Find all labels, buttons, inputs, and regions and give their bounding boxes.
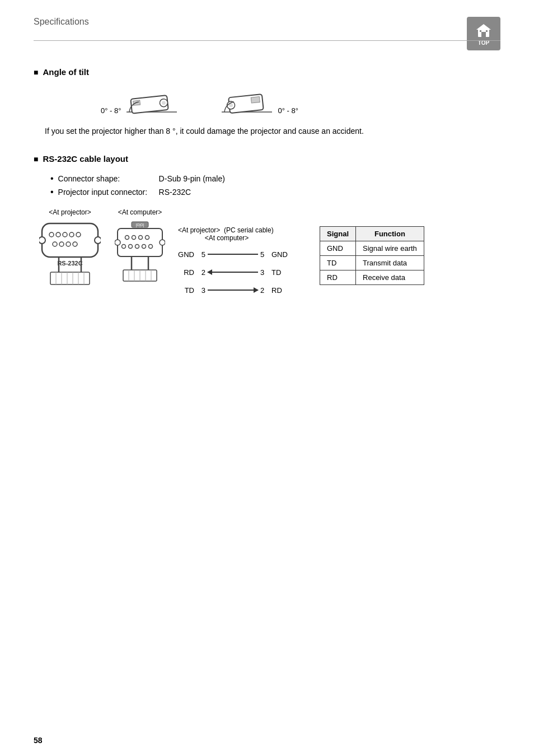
at-computer-label: <At computer>	[118, 208, 162, 216]
top-icon[interactable]: TOP	[467, 17, 500, 50]
svg-point-18	[49, 232, 54, 237]
sig-rd-right: RD	[271, 286, 292, 295]
svg-rect-15	[42, 223, 98, 257]
pin-2-left: 2	[194, 268, 205, 277]
tilt-note: If you set the projector higher than 8 °…	[45, 125, 500, 137]
svg-point-19	[56, 232, 60, 237]
function-gnd: Signal wire earth	[356, 241, 424, 256]
page-title: Specifications	[34, 17, 89, 27]
signal-gnd: GND	[320, 241, 356, 256]
svg-point-25	[66, 242, 71, 246]
function-td: Transmit data	[356, 256, 424, 270]
svg-point-49	[142, 245, 146, 249]
table-row: GND Signal wire earth	[320, 241, 424, 256]
svg-marker-1	[476, 24, 491, 30]
connector-shape-value: D-Sub 9-pin (male)	[159, 174, 225, 183]
sig-rd-left: RD	[176, 268, 194, 277]
bullet-list: Connector shape: D-Sub 9-pin (male) Proj…	[50, 174, 500, 197]
svg-point-48	[135, 245, 139, 249]
tilt-right: 0° - 8°	[222, 87, 298, 115]
conn-td: TD 3 2 RD	[176, 282, 292, 298]
projector-connector-svg: RS-232C	[39, 221, 101, 288]
svg-rect-4	[486, 30, 488, 32]
at-projector-col: <At projector>	[39, 208, 101, 288]
svg-rect-39	[118, 228, 162, 256]
tilt-diagram: 0° - 8°	[101, 87, 500, 115]
sig-gnd-left: GND	[176, 250, 194, 259]
conn-rd: RD 2 3 TD	[176, 264, 292, 280]
pin-2-right: 2	[260, 286, 271, 295]
rs232c-section: RS-232C cable layout Connector shape: D-…	[34, 154, 500, 298]
svg-point-50	[149, 245, 153, 249]
svg-text:|0|0|: |0|0|	[135, 222, 144, 227]
svg-point-41	[160, 240, 165, 245]
gnd-line	[208, 254, 258, 255]
page-container: Specifications TOP Angle of tilt	[0, 0, 534, 756]
bullet-connector-shape: Connector shape: D-Sub 9-pin (male)	[50, 174, 500, 184]
svg-point-47	[129, 245, 133, 249]
svg-point-40	[115, 240, 120, 245]
function-rd: Receive data	[356, 270, 424, 285]
svg-rect-3	[480, 30, 481, 32]
svg-point-42	[125, 236, 129, 240]
bullet-input-connector: Projector input connector: RS-232C	[50, 187, 500, 197]
signal-table: Signal Function GND Signal wire earth TD	[320, 226, 424, 285]
connector-shape-label: Connector shape:	[58, 174, 159, 183]
svg-point-43	[132, 236, 136, 240]
projector-tilt-right-svg	[222, 87, 272, 115]
at-computer-col: <At computer> |0|0|	[115, 208, 165, 288]
conn-header: <At projector> (PC serial cable) <At com…	[176, 226, 292, 242]
signal-td: TD	[320, 256, 356, 270]
rd-line	[208, 272, 258, 273]
angle-heading: Angle of tilt	[34, 67, 500, 77]
svg-text:RS-232C: RS-232C	[57, 260, 82, 267]
svg-point-45	[146, 236, 149, 240]
tilt-section: Angle of tilt 0° - 8°	[34, 67, 500, 137]
sig-gnd-right: GND	[271, 250, 292, 259]
input-connector-label: Projector input connector:	[58, 188, 159, 197]
arrow-left	[207, 269, 212, 275]
svg-point-23	[53, 242, 57, 246]
rs232c-heading: RS-232C cable layout	[34, 154, 500, 164]
page-number: 58	[34, 736, 43, 745]
svg-point-44	[139, 236, 143, 240]
pin-5-left: 5	[194, 250, 205, 259]
conn-gnd: GND 5 5 GND	[176, 246, 292, 262]
signal-col-header: Signal	[320, 227, 356, 241]
signal-rd: RD	[320, 270, 356, 285]
svg-point-17	[95, 237, 101, 244]
svg-point-22	[76, 232, 81, 237]
table-row: TD Transmit data	[320, 256, 424, 270]
projector-tilt-left-svg	[127, 87, 177, 115]
svg-point-24	[59, 242, 64, 246]
pin-5-right: 5	[260, 250, 271, 259]
tilt-label-1: 0° - 8°	[101, 106, 121, 115]
tilt-left: 0° - 8°	[101, 87, 177, 115]
svg-point-20	[63, 232, 67, 237]
top-icon-svg	[475, 22, 492, 39]
pin-3-right: 3	[260, 268, 271, 277]
td-line	[208, 290, 258, 291]
computer-connector-svg: |0|0|	[115, 221, 165, 288]
cable-diagram-row: <At projector>	[39, 208, 500, 298]
svg-point-46	[122, 245, 126, 249]
svg-point-21	[69, 232, 74, 237]
signal-table-col: Signal Function GND Signal wire earth TD	[308, 226, 424, 285]
svg-point-26	[73, 242, 77, 246]
svg-rect-14	[251, 97, 260, 104]
pin-3-left: 3	[194, 286, 205, 295]
cable-connections: <At projector> (PC serial cable) <At com…	[176, 226, 292, 298]
table-row: RD Receive data	[320, 270, 424, 285]
function-col-header: Function	[356, 227, 424, 241]
at-projector-label: <At projector>	[49, 208, 91, 216]
sig-td-right: TD	[271, 268, 292, 277]
arrow-right	[254, 287, 259, 293]
sig-td-left: TD	[176, 286, 194, 295]
tilt-label-2: 0° - 8°	[278, 106, 298, 115]
pc-serial-label: <At projector> (PC serial cable) <At com…	[176, 226, 277, 242]
top-bar: Specifications TOP	[34, 17, 500, 50]
svg-rect-2	[481, 32, 486, 37]
input-connector-value: RS-232C	[159, 188, 191, 197]
svg-point-16	[39, 237, 45, 244]
